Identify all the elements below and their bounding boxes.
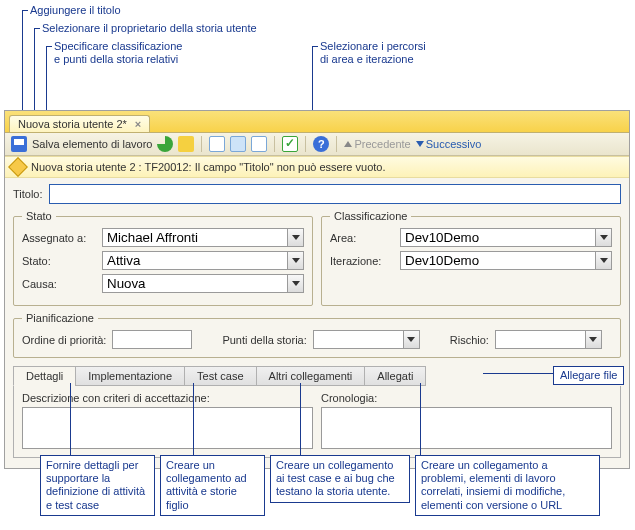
chevron-down-icon[interactable] [595,228,612,247]
rischio-input[interactable] [495,330,585,349]
ordine-label: Ordine di priorità: [22,334,106,346]
callout-select-owner: Selezionare il proprietario della storia… [42,22,257,35]
prev-button[interactable]: Precedente [344,138,410,150]
causa-label: Causa: [22,278,102,290]
tab-altri[interactable]: Altri collegamenti [256,366,365,386]
punti-label: Punti della storia: [222,334,306,346]
callout-line [46,46,52,47]
chevron-down-icon[interactable] [595,251,612,270]
descrizione-label: Descrizione con criteri di accettazione: [22,392,313,404]
callout-line [300,383,301,455]
detail-tabs: Dettagli Implementazione Test case Altri… [13,366,621,386]
area-label: Area: [330,232,400,244]
callout-attach: Allegare file [553,366,624,385]
copy-icon[interactable] [230,136,246,152]
classificazione-legend: Classificazione [330,210,411,222]
tab-dettagli[interactable]: Dettagli [13,366,75,386]
ordine-input[interactable] [112,330,192,349]
toolbar-separator [336,136,337,152]
document-tab[interactable]: Nuova storia utente 2* × [9,115,150,132]
tab-allegati[interactable]: Allegati [364,366,426,386]
refresh-icon[interactable] [157,136,173,152]
callout-line [34,28,40,29]
undo-icon[interactable] [178,136,194,152]
stato-legend: Stato [22,210,56,222]
doc2-icon[interactable] [251,136,267,152]
callout-classification: Specificare classificazione e punti dell… [54,40,182,66]
area-input[interactable] [400,228,595,247]
punti-input[interactable] [313,330,403,349]
callout-line [420,383,421,455]
form-area: Titolo: Stato Assegnato a: Stato: [5,178,629,468]
next-button[interactable]: Successivo [416,138,482,150]
callout-line [312,46,318,47]
chevron-down-icon[interactable] [287,228,304,247]
assegnato-combo[interactable] [102,228,304,247]
iterazione-input[interactable] [400,251,595,270]
descrizione-input[interactable] [22,407,313,449]
toolbar-separator [305,136,306,152]
title-label: Titolo: [13,188,43,200]
arrow-down-icon [416,141,424,147]
callout-line [70,383,71,455]
tab-label: Nuova storia utente 2* [18,118,127,130]
document-tabbar: Nuova storia utente 2* × [5,111,629,133]
tab-testcase[interactable]: Test case [184,366,255,386]
next-label: Successivo [426,138,482,150]
callout-box-dettagli: Fornire dettagli per supportare la defin… [40,455,155,516]
causa-combo[interactable] [102,274,304,293]
callout-paths: Selezionare i percorsi di area e iterazi… [320,40,426,66]
arrow-up-icon [344,141,352,147]
toolbar-separator [274,136,275,152]
classificazione-group: Classificazione Area: Iterazione: [321,210,621,306]
message-bar: Nuova storia utente 2 : TF20012: Il camp… [5,156,629,178]
rischio-combo[interactable] [495,330,602,349]
callout-line [193,383,194,455]
chevron-down-icon[interactable] [287,274,304,293]
callout-line [22,10,28,11]
iterazione-label: Iterazione: [330,255,400,267]
iterazione-combo[interactable] [400,251,612,270]
stato-label: Stato: [22,255,102,267]
stato-group: Stato Assegnato a: Stato: Cau [13,210,313,306]
app-window: Nuova storia utente 2* × Salva elemento … [4,110,630,469]
callout-box-implementazione: Creare un collegamento ad attività e sto… [160,455,265,516]
area-combo[interactable] [400,228,612,247]
stato-input[interactable] [102,251,287,270]
rischio-label: Rischio: [450,334,489,346]
chevron-down-icon[interactable] [585,330,602,349]
validate-icon[interactable] [282,136,298,152]
callout-line [483,373,553,374]
save-icon[interactable] [11,136,27,152]
punti-combo[interactable] [313,330,420,349]
chevron-down-icon[interactable] [287,251,304,270]
warning-icon [8,157,28,177]
save-button[interactable]: Salva elemento di lavoro [32,138,152,150]
chevron-down-icon[interactable] [403,330,420,349]
close-icon[interactable]: × [135,118,141,130]
callout-box-testcase: Creare un collegamento ai test case e ai… [270,455,410,503]
message-text: Nuova storia utente 2 : TF20012: Il camp… [31,161,386,173]
callout-box-altri: Creare un collegamento a problemi, eleme… [415,455,600,516]
tab-implementazione[interactable]: Implementazione [75,366,184,386]
stato-combo[interactable] [102,251,304,270]
pianificazione-group: Pianificazione Ordine di priorità: Punti… [13,312,621,358]
pianificazione-legend: Pianificazione [22,312,98,324]
doc-icon[interactable] [209,136,225,152]
assegnato-label: Assegnato a: [22,232,102,244]
cronologia-input[interactable] [321,407,612,449]
title-input[interactable] [49,184,621,204]
toolbar-separator [201,136,202,152]
details-panel: Descrizione con criteri di accettazione:… [13,386,621,458]
assegnato-input[interactable] [102,228,287,247]
help-icon[interactable]: ? [313,136,329,152]
toolbar: Salva elemento di lavoro ? Precedente Su… [5,133,629,156]
causa-input[interactable] [102,274,287,293]
cronologia-label: Cronologia: [321,392,612,404]
prev-label: Precedente [354,138,410,150]
callout-add-title: Aggiungere il titolo [30,4,121,17]
